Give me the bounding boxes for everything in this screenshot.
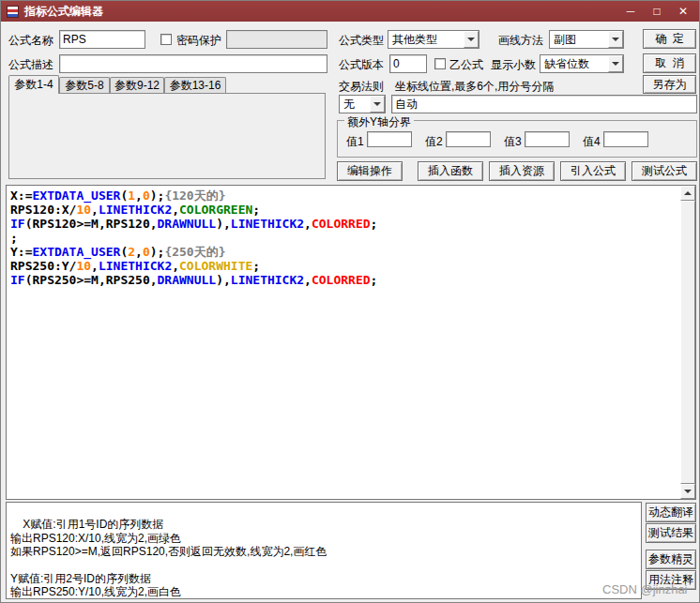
trade-rule-dropdown[interactable]: 无: [339, 95, 386, 113]
formula-type-dropdown[interactable]: 其他类型: [388, 30, 479, 49]
password-input: [226, 30, 327, 49]
scrollbar-thumb[interactable]: [680, 201, 695, 484]
alt-formula-checkbox[interactable]: [434, 58, 446, 69]
code-line: ;: [10, 231, 677, 245]
formula-desc-label: 公式描述: [8, 57, 53, 73]
tab-params-9-12[interactable]: 参数9-12: [110, 77, 164, 93]
y-value2-label: 值2: [425, 134, 443, 150]
y-value4-input[interactable]: [603, 131, 648, 147]
formula-desc-input[interactable]: [59, 54, 327, 73]
import-formula-button[interactable]: 引入公式: [560, 161, 626, 181]
tab-params-13-16[interactable]: 参数13-16: [164, 77, 226, 93]
cancel-button[interactable]: 取 消: [643, 53, 696, 73]
y-value4-label: 值4: [583, 134, 601, 150]
draw-method-dropdown[interactable]: 副图: [549, 30, 624, 49]
maximize-button[interactable]: □: [647, 2, 667, 21]
ok-button[interactable]: 确 定: [643, 29, 696, 49]
code-line: X:=EXTDATA_USER(1,0);{120天的}: [10, 188, 677, 203]
translation-pane: X赋值:引用1号ID的序列数据 输出RPS120:X/10,线宽为2,画绿色 如…: [6, 502, 642, 599]
chevron-down-icon[interactable]: [608, 31, 623, 48]
code-editor[interactable]: X:=EXTDATA_USER(1,0);{120天的}RPS120:X/10,…: [6, 185, 696, 500]
translation-text: X赋值:引用1号ID的序列数据 输出RPS120:X/10,线宽为2,画绿色 如…: [10, 518, 327, 599]
show-decimals-label: 显示小数: [491, 57, 536, 73]
axis-position-hint-label: 坐标线位置,最多6个,用分号分隔: [395, 79, 554, 95]
scroll-down-icon[interactable]: [680, 484, 695, 499]
code-content[interactable]: X:=EXTDATA_USER(1,0);{120天的}RPS120:X/10,…: [10, 188, 677, 497]
formula-name-input[interactable]: [59, 30, 145, 49]
formula-version-input[interactable]: [389, 54, 427, 73]
app-icon: [7, 6, 19, 18]
watermark: CSDN @jinzhai: [602, 582, 688, 596]
password-protect-label: 密码保护: [176, 33, 221, 49]
insert-function-button[interactable]: 插入函数: [418, 161, 483, 181]
code-line: Y:=EXTDATA_USER(2,0);{250天的}: [10, 245, 677, 259]
decimals-dropdown[interactable]: 缺省位数: [540, 54, 624, 73]
test-result-button[interactable]: 测试结果: [646, 523, 696, 543]
title-bar: 指标公式编辑器 ─ □ ✕: [1, 1, 699, 22]
chevron-down-icon[interactable]: [464, 31, 479, 48]
edit-operations-button[interactable]: 编辑操作: [337, 161, 403, 181]
code-scrollbar[interactable]: [680, 186, 695, 499]
axis-position-input[interactable]: [391, 95, 697, 113]
chevron-down-icon[interactable]: [608, 55, 623, 72]
code-line: IF(RPS250>=M,RPS250,DRAWNULL),LINETHICK2…: [10, 273, 677, 287]
close-button[interactable]: ✕: [673, 2, 693, 21]
formula-name-label: 公式名称: [8, 33, 53, 49]
param-wizard-button[interactable]: 参数精灵: [646, 550, 696, 569]
window-title: 指标公式编辑器: [24, 4, 615, 20]
alt-formula-label: 乙公式: [449, 57, 483, 73]
formula-editor-window: 指标公式编辑器 ─ □ ✕ 公式名称 密码保护 公式类型 其他类型 画线方法 副…: [0, 0, 700, 603]
y-value1-label: 值1: [346, 134, 364, 150]
formula-version-label: 公式版本: [339, 57, 384, 73]
chevron-down-icon[interactable]: [370, 96, 385, 113]
tab-params-1-4[interactable]: 参数1-4: [8, 75, 59, 94]
trade-rule-label: 交易法则: [339, 79, 384, 95]
dynamic-translate-button[interactable]: 动态翻译: [646, 503, 696, 522]
y-value1-input[interactable]: [367, 131, 412, 147]
code-line: IF(RPS120>=M,RPS120,DRAWNULL),LINETHICK2…: [10, 217, 677, 231]
test-formula-button[interactable]: 测试公式: [632, 161, 697, 181]
scroll-up-icon[interactable]: [680, 186, 695, 201]
code-line: RPS250:Y/10,LINETHICK2,COLORWHITE;: [10, 259, 677, 273]
password-protect-checkbox[interactable]: [160, 34, 172, 45]
y-value3-label: 值3: [504, 134, 522, 150]
draw-method-label: 画线方法: [498, 33, 543, 49]
y-value3-input[interactable]: [525, 131, 570, 147]
y-value2-input[interactable]: [446, 131, 491, 147]
code-line: RPS120:X/10,LINETHICK2,COLORGREEN;: [10, 203, 677, 217]
save-as-button[interactable]: 另存为: [643, 75, 696, 94]
insert-resource-button[interactable]: 插入资源: [489, 161, 555, 181]
tab-params-5-8[interactable]: 参数5-8: [59, 77, 110, 93]
formula-type-label: 公式类型: [339, 33, 384, 49]
parameter-panel: [8, 93, 326, 179]
extra-y-axis-title: 额外Y轴分界: [344, 114, 414, 130]
minimize-button[interactable]: ─: [620, 2, 641, 21]
